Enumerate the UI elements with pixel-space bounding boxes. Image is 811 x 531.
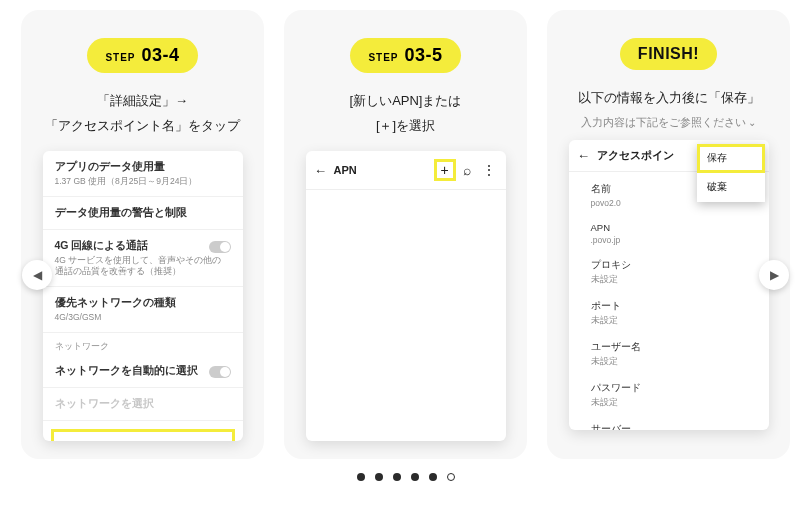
row-app-data-usage[interactable]: アプリのデータ使用量 1.37 GB 使用（8月25日～9月24日）: [43, 151, 243, 197]
field-apn[interactable]: APN .povo.jp: [591, 215, 763, 252]
toggle-icon[interactable]: [209, 366, 231, 378]
field-label: パスワード: [591, 382, 763, 395]
row-preferred-network[interactable]: 優先ネットワークの種類 4G/3G/GSM: [43, 287, 243, 333]
sublabel: 1.37 GB 使用（8月25日～9月24日）: [55, 176, 231, 187]
chevron-right-icon: ▶: [770, 268, 779, 282]
badge-step-number: 03-4: [142, 45, 180, 66]
field-username[interactable]: ユーザー名 未設定: [591, 334, 763, 375]
row-data-warning[interactable]: データ使用量の警告と制限: [43, 197, 243, 230]
row-4g-calling[interactable]: 4G 回線による通話 4G サービスを使用して、音声やその他の 通話の品質を改善…: [43, 230, 243, 287]
badge-step-label: STEP: [368, 52, 398, 63]
label: ネットワークを選択: [55, 397, 231, 411]
overflow-menu: 保存 破棄: [697, 144, 765, 202]
field-value: .povo.jp: [591, 235, 763, 245]
sublabel: 4G サービスを使用して、音声やその他の 通話の品質を改善する（推奨）: [55, 255, 231, 277]
app-bar: ← アクセスポイン 保存 破棄: [569, 140, 769, 172]
field-port[interactable]: ポート 未設定: [591, 293, 763, 334]
label: データ使用量の警告と制限: [55, 206, 231, 220]
field-label: ユーザー名: [591, 341, 763, 354]
phone-screenshot-1: アプリのデータ使用量 1.37 GB 使用（8月25日～9月24日） データ使用…: [43, 151, 243, 441]
carousel-next-button[interactable]: ▶: [759, 260, 789, 290]
field-value: 未設定: [591, 274, 763, 286]
phone-screenshot-2: ← APN + ⌕ ⋮: [306, 151, 506, 441]
step-badge: STEP 03-4: [87, 38, 197, 73]
carousel-pager: [0, 473, 811, 481]
pager-dot[interactable]: [375, 473, 383, 481]
sublabel: 4G/3G/GSM: [55, 312, 231, 323]
network-section-header: ネットワーク: [43, 333, 243, 355]
field-value: 未設定: [591, 397, 763, 409]
more-icon: ⋮: [482, 162, 496, 178]
step-card-finish: FINISH! 以下の情報を入力後に「保存」 入力内容は下記をご参照ください ⌄…: [547, 10, 790, 459]
pager-dot[interactable]: [411, 473, 419, 481]
field-label: APN: [591, 222, 763, 233]
carousel-prev-button[interactable]: ◀: [22, 260, 52, 290]
finish-badge: FINISH!: [620, 38, 717, 70]
menu-item-save[interactable]: 保存: [697, 144, 765, 173]
subnote-text: 入力内容は下記をご参照ください: [581, 115, 746, 130]
field-value: 未設定: [591, 315, 763, 327]
label: アプリのデータ使用量: [55, 160, 231, 174]
phone-screenshot-3: ← アクセスポイン 保存 破棄 名前 povo2.0 APN .povo.jp …: [569, 140, 769, 430]
add-apn-button[interactable]: +: [434, 159, 456, 181]
step-title: [新しいAPN]または [＋]を選択: [350, 89, 462, 141]
label: ネットワークを自動的に選択: [55, 364, 231, 378]
label: 4G 回線による通話: [55, 239, 231, 253]
back-icon[interactable]: ←: [575, 148, 593, 163]
step-badge: STEP 03-5: [350, 38, 460, 73]
pager-dot[interactable]: [393, 473, 401, 481]
chevron-left-icon: ◀: [33, 268, 42, 282]
search-button[interactable]: ⌕: [456, 159, 478, 181]
more-button[interactable]: ⋮: [478, 159, 500, 181]
field-label: プロキシ: [591, 259, 763, 272]
badge-step-number: 03-5: [405, 45, 443, 66]
row-select-network: ネットワークを選択: [43, 388, 243, 421]
back-icon[interactable]: ←: [312, 163, 330, 178]
badge-step-label: STEP: [105, 52, 135, 63]
expand-details-link[interactable]: 入力内容は下記をご参照ください ⌄: [581, 115, 756, 130]
pager-dot[interactable]: [429, 473, 437, 481]
row-apn-highlight[interactable]: アクセス ポイント名: [51, 429, 235, 441]
row-auto-select-network[interactable]: ネットワークを自動的に選択: [43, 355, 243, 388]
field-proxy[interactable]: プロキシ 未設定: [591, 252, 763, 293]
field-password[interactable]: パスワード 未設定: [591, 375, 763, 416]
app-bar-title: APN: [330, 164, 434, 176]
label: 優先ネットワークの種類: [55, 296, 231, 310]
pager-dot[interactable]: [357, 473, 365, 481]
step-card-03-5: STEP 03-5 [新しいAPN]または [＋]を選択 ← APN + ⌕ ⋮: [284, 10, 527, 459]
pager-dot[interactable]: [447, 473, 455, 481]
step-title: 「詳細設定」→ 「アクセスポイント名」をタップ: [45, 89, 240, 141]
field-value: 未設定: [591, 356, 763, 368]
search-icon: ⌕: [463, 162, 471, 178]
step-card-03-4: STEP 03-4 「詳細設定」→ 「アクセスポイント名」をタップ アプリのデー…: [21, 10, 264, 459]
toggle-icon[interactable]: [209, 241, 231, 253]
badge-finish-label: FINISH!: [638, 45, 699, 63]
apn-fields: 名前 povo2.0 APN .povo.jp プロキシ 未設定 ポート 未設定…: [569, 172, 769, 430]
plus-icon: +: [440, 162, 448, 178]
menu-item-discard[interactable]: 破棄: [697, 173, 765, 202]
field-server[interactable]: サーバー 未設定: [591, 416, 763, 430]
step-title: 以下の情報を入力後に「保存」: [578, 86, 760, 111]
chevron-down-icon: ⌄: [748, 117, 756, 128]
field-label: ポート: [591, 300, 763, 313]
app-bar: ← APN + ⌕ ⋮: [306, 151, 506, 190]
field-label: サーバー: [591, 423, 763, 430]
